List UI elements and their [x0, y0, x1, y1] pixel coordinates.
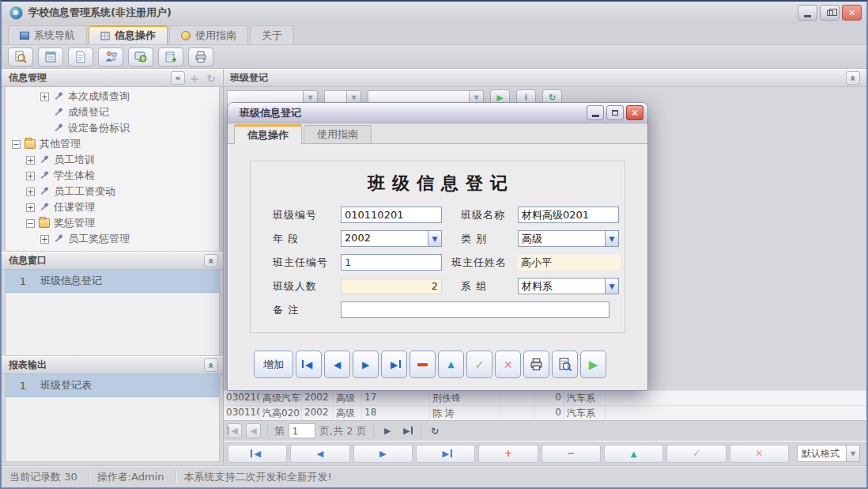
collapse-panel-button[interactable]: « — [204, 254, 218, 267]
tab-system-nav[interactable]: 系统导航 — [8, 25, 87, 44]
database-add-button[interactable] — [158, 47, 183, 66]
add-record-button[interactable]: 增加 — [254, 351, 293, 378]
table-row[interactable]: 03021010 高级汽车 2002 高级 17 刑佚锋 0 汽车系 — [224, 390, 866, 405]
cell-empty — [606, 391, 866, 405]
tree-item[interactable]: +员工培训 — [6, 152, 219, 168]
tree-item[interactable]: −奖惩管理 — [6, 215, 219, 231]
close-icon: ✕ — [848, 8, 855, 18]
expand-icon[interactable]: + — [40, 235, 49, 244]
remark-input[interactable] — [341, 301, 609, 318]
record-cancel-button[interactable]: ✕ — [730, 445, 789, 463]
expand-icon[interactable]: + — [26, 188, 35, 196]
expand-icon[interactable]: + — [26, 203, 35, 212]
record-prev-button[interactable]: ◀ — [290, 445, 349, 463]
expand-icon[interactable]: + — [40, 93, 49, 101]
dialog-tab-info-operation[interactable]: 信息操作 — [234, 124, 302, 144]
panel-title: 信息窗口 — [9, 254, 47, 267]
first-page-button[interactable]: ◀ — [227, 423, 242, 438]
last-page-icon: ▶ — [403, 426, 409, 435]
cell-teacher: 刑佚锋 — [430, 391, 501, 405]
record-add-button[interactable]: + — [478, 445, 538, 463]
preview-search-button[interactable] — [8, 47, 33, 66]
dialog-minimize-button[interactable] — [587, 105, 604, 120]
class-name-input[interactable] — [518, 207, 619, 223]
icon-toolbar — [2, 45, 866, 69]
refresh-tree-button[interactable]: ↻ — [204, 71, 218, 85]
tree-item[interactable]: +员工奖惩管理 — [6, 231, 219, 247]
expand-icon[interactable]: + — [26, 172, 35, 180]
dialog-title: 班级信息登记 — [240, 106, 301, 120]
staff-button[interactable] — [98, 47, 123, 66]
next-page-button[interactable]: ▶ — [380, 423, 395, 438]
tree-item[interactable]: +本次成绩查询 — [6, 89, 219, 104]
tree-item[interactable]: +员工工资变动 — [6, 184, 219, 199]
add-node-button[interactable]: + — [187, 71, 202, 85]
monitor-icon — [134, 51, 147, 63]
close-button[interactable]: ✕ — [842, 5, 862, 21]
record-edit-button[interactable]: ▲ — [604, 445, 663, 463]
collapse-panel-button[interactable]: « — [846, 71, 860, 85]
panel-title: 报表输出 — [9, 358, 47, 372]
dialog-maximize-button[interactable] — [606, 105, 624, 120]
run-button[interactable]: ▶ — [580, 351, 606, 378]
expand-icon[interactable]: + — [26, 156, 35, 165]
form-view-button[interactable] — [38, 47, 63, 66]
tree-item[interactable]: 成绩登记 — [6, 104, 219, 120]
delete-record-button[interactable] — [409, 351, 436, 378]
table-row[interactable]: 03011020 汽高0201 2002 高级 18 陈 涛 0 汽车系 — [224, 405, 866, 420]
collapse-icon[interactable]: − — [26, 219, 35, 228]
printer-button[interactable] — [188, 47, 213, 66]
minimize-button[interactable] — [798, 5, 817, 21]
cell-count: 17 — [362, 391, 430, 405]
confirm-button[interactable]: ✓ — [466, 351, 492, 378]
print-button[interactable] — [523, 351, 549, 378]
collapse-panel-button[interactable]: « — [204, 358, 218, 372]
first-record-button[interactable]: ◀ — [296, 351, 322, 378]
year-select[interactable]: 2002 ▼ — [341, 230, 442, 247]
dialog-close-button[interactable]: ✕ — [626, 105, 643, 120]
record-confirm-button[interactable]: ✓ — [666, 445, 726, 463]
next-record-button[interactable]: ▶ — [353, 351, 379, 378]
record-first-button[interactable]: ◀ — [228, 445, 287, 463]
monitor-button[interactable] — [128, 47, 153, 66]
collapse-icon[interactable]: − — [12, 140, 21, 149]
last-record-button[interactable]: ▶ — [381, 351, 407, 378]
pagination-bar: ◀ ◀ 第 页,共 2 页 ▶ ▶ ↻ — [224, 420, 866, 441]
new-document-button[interactable] — [68, 47, 93, 66]
teacher-name-field: 高小平 — [518, 255, 621, 271]
edit-record-button[interactable]: ▲ — [438, 351, 464, 378]
format-select[interactable]: 默认格式 ▼ — [797, 445, 860, 462]
last-record-icon: ▶ — [391, 360, 398, 370]
prev-page-button[interactable]: ◀ — [246, 423, 261, 438]
tree-item[interactable]: +学生体检 — [6, 168, 219, 184]
record-next-button[interactable]: ▶ — [353, 445, 413, 463]
prev-record-button[interactable]: ◀ — [324, 351, 350, 378]
category-label: 类 别 — [461, 232, 518, 246]
class-no-input[interactable] — [341, 207, 442, 223]
teacher-no-input[interactable] — [341, 254, 442, 271]
tree-item[interactable]: +任课管理 — [6, 199, 219, 215]
tab-label: 信息操作 — [115, 28, 156, 43]
category-select[interactable]: 高级 ▼ — [518, 230, 619, 247]
print-preview-button[interactable] — [552, 351, 578, 378]
restore-button[interactable] — [820, 5, 840, 21]
cancel-button[interactable]: ✕ — [495, 351, 521, 378]
refresh-grid-button[interactable]: ↻ — [428, 423, 443, 438]
tab-about[interactable]: 关于 — [250, 25, 294, 44]
last-page-button[interactable]: ▶ — [399, 423, 414, 438]
folder-icon — [39, 218, 50, 228]
tab-info-operation[interactable]: 信息操作 — [89, 25, 168, 44]
tab-user-guide[interactable]: 使用指南 — [169, 25, 248, 44]
collapse-sidebar-button[interactable]: « — [171, 71, 185, 85]
tree-item[interactable]: −其他管理 — [6, 136, 219, 152]
page-number-input[interactable] — [289, 423, 315, 438]
department-select[interactable]: 材料系 ▼ — [518, 278, 619, 294]
tree-item[interactable]: 设定备份标识 — [6, 120, 219, 136]
tool-icon — [39, 187, 50, 196]
list-item-class-registration[interactable]: 1 班级信息登记 — [6, 270, 219, 293]
panel-title: 班级登记 — [230, 71, 268, 85]
dialog-tab-user-guide[interactable]: 使用指南 — [304, 125, 372, 143]
record-delete-button[interactable]: − — [542, 445, 601, 463]
record-last-button[interactable]: ▶ — [416, 445, 475, 463]
list-item-class-report[interactable]: 1 班级登记表 — [6, 374, 219, 397]
